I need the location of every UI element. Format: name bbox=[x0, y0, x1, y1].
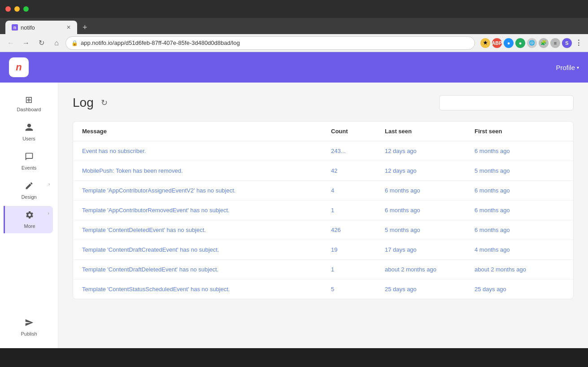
table-row[interactable]: Template 'AppContributorRemovedEvent' ha… bbox=[73, 201, 573, 220]
sidebar-item-users[interactable]: Users bbox=[4, 118, 54, 146]
users-icon bbox=[25, 123, 34, 134]
cell-first-seen: 6 months ago bbox=[475, 187, 564, 194]
tab-bar: n notifo ✕ + bbox=[0, 18, 588, 34]
events-icon bbox=[25, 152, 34, 163]
ext-list-button[interactable]: ≡ bbox=[550, 38, 560, 48]
cell-first-seen: 25 days ago bbox=[475, 286, 564, 293]
window-close-button[interactable] bbox=[5, 6, 11, 12]
window-minimize-button[interactable] bbox=[14, 6, 20, 12]
cell-count: 19 bbox=[331, 246, 385, 253]
profile-button[interactable]: Profile ▾ bbox=[556, 64, 579, 71]
sidebar-item-more[interactable]: More › bbox=[4, 206, 53, 233]
logo-text: n bbox=[16, 61, 22, 73]
cell-first-seen: 6 months ago bbox=[475, 227, 564, 233]
page-header: Log ↻ bbox=[73, 95, 574, 110]
col-header-count: Count bbox=[331, 128, 385, 135]
address-bar[interactable]: 🔒 bbox=[65, 36, 475, 50]
design-expand-icon: › bbox=[48, 181, 50, 187]
sidebar-item-dashboard[interactable]: ⊞ Dashboard bbox=[4, 90, 54, 117]
table-row[interactable]: MobilePush: Token has been removed. 42 1… bbox=[73, 161, 573, 181]
page-title-area: Log ↻ bbox=[73, 96, 109, 110]
table-row[interactable]: Template 'ContentDeletedEvent' has no su… bbox=[73, 220, 573, 240]
app-logo: n bbox=[9, 57, 29, 77]
table-row[interactable]: Template 'ContentStatusScheduledEvent' h… bbox=[73, 280, 573, 299]
header-right: Profile ▾ bbox=[556, 64, 579, 71]
ext-green-button[interactable]: ● bbox=[515, 38, 525, 48]
cell-first-seen: 6 months ago bbox=[475, 207, 564, 214]
search-input[interactable] bbox=[439, 95, 574, 110]
ext-globe-button[interactable]: 🌐 bbox=[527, 38, 537, 48]
ext-circle-button[interactable]: ● bbox=[504, 38, 514, 48]
refresh-log-button[interactable]: ↻ bbox=[99, 96, 109, 109]
lock-icon: 🔒 bbox=[71, 40, 78, 46]
sidebar-item-label-more: More bbox=[24, 223, 35, 229]
window-maximize-button[interactable] bbox=[23, 6, 29, 12]
tab-close-button[interactable]: ✕ bbox=[66, 24, 71, 31]
publish-icon bbox=[25, 318, 34, 329]
sidebar-item-label-events: Events bbox=[22, 165, 37, 170]
back-button[interactable]: ← bbox=[4, 37, 17, 49]
sidebar-item-publish[interactable]: Publish bbox=[4, 314, 54, 341]
chevron-down-icon: ▾ bbox=[577, 65, 579, 70]
cell-count: 1 bbox=[331, 207, 385, 214]
ext-more-button[interactable]: ⋮ bbox=[574, 38, 584, 48]
sidebar: ⊞ Dashboard Users Events bbox=[0, 83, 58, 348]
ext-user-button[interactable]: S bbox=[562, 38, 572, 48]
home-button[interactable]: ⌂ bbox=[50, 37, 63, 49]
new-tab-button[interactable]: + bbox=[79, 22, 91, 33]
browser-window: n notifo ✕ + ← → ↻ ⌂ 🔒 ★ ABP ● ● 🌐 🧩 ≡ S… bbox=[0, 0, 588, 348]
cell-count: 42 bbox=[331, 167, 385, 174]
address-input[interactable] bbox=[81, 39, 469, 46]
cell-count: 426 bbox=[331, 227, 385, 233]
ext-puzzle-button[interactable]: 🧩 bbox=[539, 38, 549, 48]
col-header-first-seen: First seen bbox=[475, 128, 564, 135]
cell-last-seen: 6 months ago bbox=[385, 207, 475, 214]
app-body: ⊞ Dashboard Users Events bbox=[0, 83, 588, 348]
sidebar-item-label-publish: Publish bbox=[21, 331, 37, 336]
cell-count: 243... bbox=[331, 148, 385, 154]
sidebar-item-events[interactable]: Events bbox=[4, 148, 54, 175]
sidebar-item-label-dashboard: Dashboard bbox=[17, 107, 41, 112]
cell-message: Template 'ContentDraftDeletedEvent' has … bbox=[82, 266, 331, 273]
cell-first-seen: 4 months ago bbox=[475, 246, 564, 253]
app-header: n Profile ▾ bbox=[0, 52, 588, 83]
cell-last-seen: 25 days ago bbox=[385, 286, 475, 293]
tab-title: notifo bbox=[21, 24, 35, 31]
log-table: Message Count Last seen First seen Event… bbox=[73, 121, 574, 299]
ext-abp-button[interactable]: ABP bbox=[492, 38, 502, 48]
main-content: Log ↻ Message Count Last seen First seen… bbox=[58, 83, 588, 348]
table-row[interactable]: Template 'AppContributorAssignedEventV2'… bbox=[73, 181, 573, 201]
table-body: Event has no subscriber. 243... 12 days … bbox=[73, 141, 573, 299]
ext-star-button[interactable]: ★ bbox=[480, 38, 490, 48]
cell-message: Template 'AppContributorAssignedEventV2'… bbox=[82, 187, 331, 194]
cell-last-seen: 17 days ago bbox=[385, 246, 475, 253]
cell-last-seen: 12 days ago bbox=[385, 167, 475, 174]
browser-toolbar: ← → ↻ ⌂ 🔒 ★ ABP ● ● 🌐 🧩 ≡ S ⋮ bbox=[0, 34, 588, 52]
tab-favicon: n bbox=[12, 24, 18, 31]
browser-extensions: ★ ABP ● ● 🌐 🧩 ≡ S ⋮ bbox=[480, 38, 584, 48]
sidebar-item-label-design: Design bbox=[21, 194, 36, 200]
cell-first-seen: 6 months ago bbox=[475, 148, 564, 154]
table-row[interactable]: Template 'ContentDraftCreatedEvent' has … bbox=[73, 240, 573, 260]
browser-tab-notifo[interactable]: n notifo ✕ bbox=[5, 21, 77, 34]
sidebar-item-design[interactable]: Design › bbox=[4, 177, 54, 204]
cell-last-seen: about 2 months ago bbox=[385, 266, 475, 273]
app-window: n Profile ▾ ⊞ Dashboard bbox=[0, 52, 588, 348]
design-icon bbox=[25, 181, 34, 192]
col-header-last-seen: Last seen bbox=[385, 128, 475, 135]
cell-message: Template 'ContentStatusScheduledEvent' h… bbox=[82, 286, 331, 293]
forward-button[interactable]: → bbox=[20, 37, 32, 49]
cell-message: Event has no subscriber. bbox=[82, 148, 331, 154]
cell-count: 4 bbox=[331, 187, 385, 194]
table-row[interactable]: Template 'ContentDraftDeletedEvent' has … bbox=[73, 260, 573, 280]
refresh-button[interactable]: ↻ bbox=[35, 37, 48, 49]
table-header: Message Count Last seen First seen bbox=[73, 122, 573, 141]
dashboard-icon: ⊞ bbox=[25, 94, 33, 105]
table-row[interactable]: Event has no subscriber. 243... 12 days … bbox=[73, 141, 573, 161]
cell-first-seen: 5 months ago bbox=[475, 167, 564, 174]
more-icon bbox=[25, 210, 34, 222]
page-title: Log bbox=[73, 96, 94, 110]
browser-titlebar bbox=[0, 0, 588, 18]
col-header-message: Message bbox=[82, 128, 331, 135]
cell-last-seen: 12 days ago bbox=[385, 148, 475, 154]
